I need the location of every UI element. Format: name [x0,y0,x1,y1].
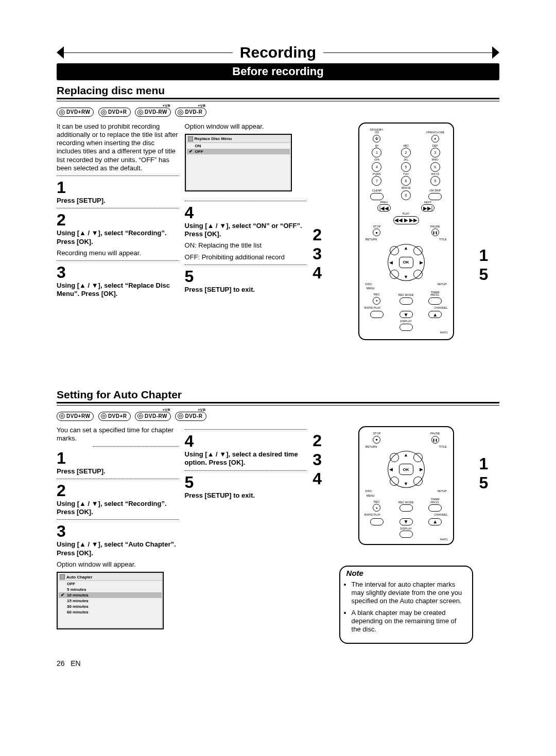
note-box: Note The interval for auto chapter marks… [339,566,473,644]
right-arrow-icon[interactable]: ▶ [420,260,423,265]
note-item-1: The interval for auto chapter marks may … [352,581,466,606]
ch-up-button[interactable]: ▲ [428,311,442,318]
s2-step5-bold: Press [SETUP] to exit. [185,491,307,500]
display-button[interactable] [399,324,413,331]
page-number: 26 [57,659,65,667]
dpad[interactable]: ▲ ▼ ◀ ▶ OK [388,244,425,281]
rec-button-2[interactable]: ● [373,504,380,512]
num-8[interactable]: 8 [401,176,411,186]
annot-2: 2 [312,225,333,244]
disc-button-2[interactable] [390,477,399,486]
open-close-button[interactable]: ▲ [431,135,439,143]
note-label: Note [346,569,466,578]
title-button[interactable] [413,246,423,255]
annot-3: 3 [312,244,333,263]
section1-title: Replacing disc menu [57,84,499,97]
remote-body-full: STANDBY-ON⏻ OPEN/CLOSE▲ @!1 ABC2 DEF3 GH… [358,122,454,340]
step-2-plain: Recording menu will appear. [57,249,179,257]
col2-lead: Option window will appear. [185,122,307,131]
ok-button[interactable]: OK [399,257,413,268]
remote-model: N4471 [362,331,450,334]
step-1-num: 1 [57,179,179,196]
stop-button[interactable]: ■ [373,228,380,236]
recmode-button[interactable] [399,297,413,305]
rec-button[interactable]: ● [373,297,380,305]
s2-step4-num: 4 [185,433,307,449]
pause-button-2[interactable]: ❚❚ [431,436,439,444]
next-button[interactable]: ▶▶| [421,204,435,212]
num-0[interactable]: 0 [401,190,411,200]
annot-right-col2: 1 5 [479,426,499,644]
screen-auto-chapter: Auto Chapter OFF 5 minutes ✔10 minutes 1… [57,572,164,629]
page-lang: EN [71,659,80,667]
display-button-2[interactable] [399,531,413,538]
s2-step2-bold: Using [▲ / ▼], select “Recording”. Press… [57,500,179,517]
num-5[interactable]: 5 [401,162,411,172]
section2-col2: 4 Using [▲ / ▼], select a desired time o… [185,426,307,644]
annot-4: 4 [312,263,333,283]
stop-button-2[interactable]: ■ [373,436,380,444]
return-button-2[interactable] [390,453,399,462]
s2-annot-2: 2 [312,431,333,450]
up-arrow-icon[interactable]: ▲ [404,245,408,251]
cmskip-button[interactable] [428,193,442,200]
ch-up-button-2[interactable]: ▲ [428,518,442,525]
step-5-num: 5 [185,268,307,285]
badge-dvd-r: +VRDVD-R [175,108,206,117]
num-7[interactable]: 7 [372,176,381,186]
title-button-2[interactable] [413,453,423,462]
num-6[interactable]: 6 [430,162,440,172]
badge-dvd-rw: +VRDVD-RW [135,108,171,117]
left-arrow-icon[interactable]: ◀ [389,260,393,265]
return-button[interactable] [390,246,399,255]
power-button[interactable]: ⏻ [373,135,380,143]
annot-1: 1 [479,246,499,265]
disc-badges-row1: DVD+RW DVD+R +VRDVD-RW +VRDVD-R [57,108,499,117]
step-4-num: 4 [185,204,307,221]
step-4-bold: Using [▲ / ▼], select “ON” or “OFF”. Pre… [185,222,307,239]
play-button[interactable]: ◀◀ ▶ ▶▶ [393,216,419,224]
screen-opt-off: ✔OFF [187,149,290,154]
section2-title: Setting for Auto Chapter [57,389,499,401]
dpad-2[interactable]: ▲▼ ◀▶ OK [388,451,425,488]
rapid-button[interactable] [370,311,384,318]
setup-button[interactable] [413,270,423,279]
recmode-button-2[interactable] [399,504,413,512]
disc-button[interactable] [390,270,399,279]
page-subtitle: Before recording [57,63,499,80]
s2-step3-num: 3 [57,523,179,539]
down-arrow-icon[interactable]: ▼ [404,274,408,279]
section1-col2: Option window will appear. Replace Disc … [185,122,307,340]
s2-step4-bold: Using [▲ / ▼], select a desired time opt… [185,450,307,467]
num-2[interactable]: 2 [401,148,411,157]
annot-right-col1: 1 5 [479,122,499,340]
ch-down-button[interactable]: ▼ [399,311,413,318]
section2-intro: You can set a specified time for chapter… [57,426,179,443]
section2-col1: You can set a specified time for chapter… [57,426,179,644]
remote-area-2: STOP■ PAUSE❚❚ RETURNTITLE ▲▼ ◀▶ OK [339,426,473,644]
timer-button[interactable] [428,297,442,305]
clear-button[interactable] [370,193,384,200]
s2-step1-bold: Press [SETUP]. [57,467,179,476]
step-3-num: 3 [57,264,179,280]
ch-down-button-2[interactable]: ▼ [399,518,413,525]
pause-button[interactable]: ❚❚ [431,228,439,236]
num-3[interactable]: 3 [430,148,440,157]
annot-5: 5 [479,265,499,284]
page-title: Recording [233,44,323,61]
num-4[interactable]: 4 [372,162,381,172]
remote-body-crop: STOP■ PAUSE❚❚ RETURNTITLE ▲▼ ◀▶ OK [358,426,454,545]
step-2-bold: Using [▲ / ▼], select “Recording”. Press… [57,229,179,246]
section1-col1: It can be used to prohibit recording add… [57,122,179,340]
timer-button-2[interactable] [428,504,442,512]
screen-opt-on: ON [187,143,290,149]
rapid-button-2[interactable] [370,518,384,525]
num-9[interactable]: 9 [430,176,440,186]
s2-annot-1: 1 [479,454,499,473]
s2-step2-num: 2 [57,482,179,499]
setup-button-2[interactable] [413,477,423,486]
remote-area-1: STANDBY-ON⏻ OPEN/CLOSE▲ @!1 ABC2 DEF3 GH… [339,122,473,340]
ok-button-2[interactable]: OK [399,464,413,475]
prev-button[interactable]: |◀◀ [377,204,391,212]
num-1[interactable]: 1 [372,148,381,157]
